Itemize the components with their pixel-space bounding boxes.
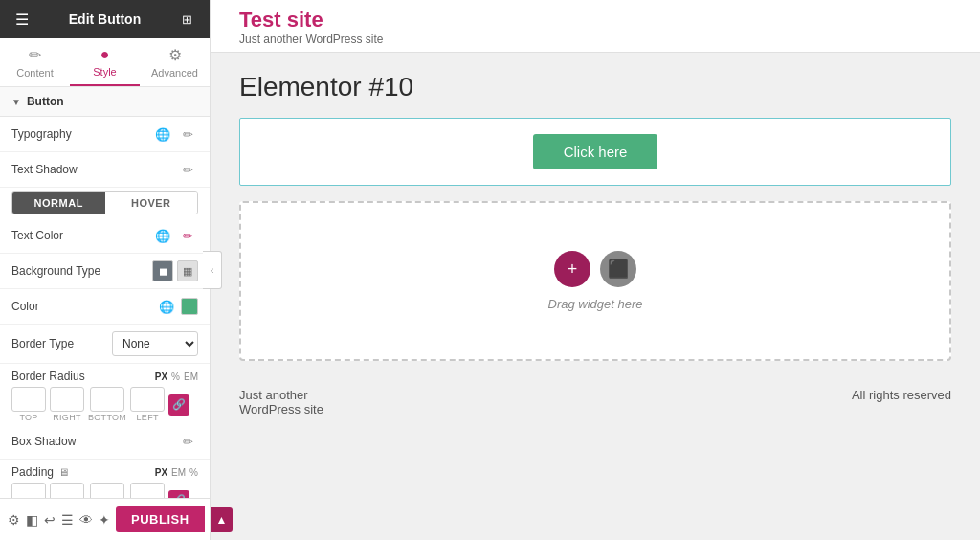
border-radius-right-input[interactable] — [50, 387, 84, 412]
padding-px-label[interactable]: PX — [155, 467, 167, 478]
button-widget-section: Click here — [239, 118, 951, 186]
history-icon[interactable]: ↩ — [44, 506, 56, 533]
text-color-global-icon[interactable]: 🌐 — [152, 225, 173, 246]
text-shadow-controls: ✏ — [177, 159, 198, 180]
box-shadow-controls: ✏ — [177, 431, 198, 452]
footer-left-text: Just another WordPress site — [239, 388, 323, 416]
border-radius-link-icon[interactable]: 🔗 — [168, 394, 189, 416]
typography-edit-icon[interactable]: ✏ — [177, 124, 198, 145]
state-toggle-group: NORMAL HOVER — [11, 191, 198, 214]
border-type-label: Border Type — [11, 337, 74, 350]
add-widget-icon[interactable]: + — [554, 251, 590, 287]
button-section-header[interactable]: ▼ Button — [0, 87, 210, 117]
padding-responsive-icon[interactable]: 🖥 — [58, 466, 69, 478]
advanced-tab-label: Advanced — [151, 67, 198, 79]
preview-eye-icon[interactable]: 👁 — [79, 506, 93, 533]
left-label: LEFT — [137, 413, 159, 422]
border-radius-top-input[interactable] — [11, 387, 46, 412]
border-radius-top: TOP — [11, 387, 46, 422]
layers-icon[interactable]: ◧ — [26, 506, 38, 533]
content-tab-label: Content — [16, 67, 54, 79]
border-radius-units: PX % EM — [155, 371, 198, 382]
border-type-controls: None Solid Dashed Dotted Double — [112, 331, 198, 356]
text-shadow-edit-icon[interactable]: ✏ — [177, 159, 198, 180]
typography-row: Typography 🌐 ✏ — [0, 117, 210, 152]
border-radius-label: Border Radius — [11, 370, 85, 383]
settings-icon[interactable]: ⚙ — [8, 506, 20, 533]
sidebar-panel: ☰ Edit Button ⊞ ✏ Content ● Style ⚙ Adva… — [0, 0, 211, 540]
sidebar: ☰ Edit Button ⊞ ✏ Content ● Style ⚙ Adva… — [0, 0, 211, 540]
text-color-controls: 🌐 ✏ — [152, 225, 198, 246]
tab-advanced[interactable]: ⚙ Advanced — [140, 38, 210, 86]
border-radius-left-input[interactable] — [130, 387, 165, 412]
publish-dropdown-arrow[interactable]: ▲ — [211, 507, 234, 532]
text-color-edit-icon[interactable]: ✏ — [177, 225, 198, 246]
padding-bottom: BOTTOM — [88, 483, 126, 498]
padding-left-input[interactable] — [130, 483, 165, 498]
click-here-button[interactable]: Click here — [533, 134, 658, 169]
hamburger-menu-icon[interactable]: ☰ — [11, 9, 33, 30]
typography-controls: 🌐 ✏ — [152, 124, 198, 145]
color-global-icon[interactable]: 🌐 — [156, 296, 177, 317]
box-shadow-edit-icon[interactable]: ✏ — [177, 431, 198, 452]
text-shadow-row: Text Shadow ✏ — [0, 152, 210, 188]
padding-right-input[interactable] — [50, 483, 84, 498]
right-label: RIGHT — [53, 413, 81, 422]
box-shadow-row: Box Shadow ✏ — [0, 424, 210, 460]
padding-bottom-input[interactable] — [90, 483, 124, 498]
footer-right-text: All rights reserved — [852, 388, 951, 416]
padding-left: LEFT — [130, 483, 165, 498]
advanced-tab-icon: ⚙ — [168, 46, 182, 64]
padding-label: Padding — [11, 465, 54, 479]
color-swatch[interactable] — [181, 298, 198, 315]
main-content: Test site Just another WordPress site El… — [211, 0, 980, 540]
padding-percent-label[interactable]: % — [189, 467, 198, 478]
px-unit-label[interactable]: PX — [155, 371, 167, 382]
padding-link-icon[interactable]: 🔗 — [168, 490, 189, 499]
responsive-icon[interactable]: ☰ — [61, 506, 74, 533]
text-shadow-label: Text Shadow — [11, 163, 78, 176]
sidebar-collapse-arrow[interactable]: ‹ — [203, 251, 222, 289]
grid-icon[interactable]: ⊞ — [177, 9, 198, 30]
top-label: TOP — [19, 413, 37, 422]
widget-action-icons: + ⬛ — [554, 251, 636, 287]
em-unit-label[interactable]: EM — [184, 371, 198, 382]
padding-em-label[interactable]: EM — [171, 467, 186, 478]
widget-library-icon[interactable]: ⬛ — [600, 251, 636, 287]
text-color-label: Text Color — [11, 229, 63, 242]
percent-unit-label[interactable]: % — [171, 371, 180, 382]
typography-label: Typography — [11, 127, 72, 141]
content-tab-icon: ✏ — [29, 46, 41, 64]
padding-section: Padding 🖥 PX EM % TOP — [0, 460, 210, 498]
border-radius-bottom-input[interactable] — [90, 387, 124, 412]
tab-content[interactable]: ✏ Content — [0, 38, 70, 86]
padding-top-input[interactable] — [11, 483, 46, 498]
padding-right: RIGHT — [50, 483, 84, 498]
bg-gradient-icon[interactable]: ▦ — [177, 260, 198, 281]
site-title: Test site — [239, 8, 951, 33]
border-radius-inputs: TOP RIGHT BOTTOM LEFT 🔗 — [11, 387, 198, 422]
background-type-label: Background Type — [11, 264, 100, 278]
bottom-label: BOTTOM — [88, 413, 126, 422]
widget-drop-area: + ⬛ Drag widget here — [239, 201, 951, 361]
tab-style[interactable]: ● Style — [70, 38, 140, 86]
color-controls: 🌐 — [156, 296, 198, 317]
sidebar-bottom-bar: ⚙ ◧ ↩ ☰ 👁 ✦ PUBLISH ▲ — [0, 498, 210, 540]
section-chevron-icon: ▼ — [11, 97, 21, 107]
bg-solid-icon[interactable]: ◼ — [152, 260, 173, 281]
border-type-select[interactable]: None Solid Dashed Dotted Double — [112, 331, 198, 356]
padding-inputs: TOP RIGHT BOTTOM LEFT 🔗 — [11, 483, 198, 498]
border-radius-left: LEFT — [130, 387, 165, 422]
typography-global-icon[interactable]: 🌐 — [152, 124, 173, 145]
section-label: Button — [27, 95, 64, 108]
color-row: Color 🌐 — [0, 289, 210, 325]
background-type-controls: ◼ ▦ — [152, 260, 198, 281]
page-title: Elementor #10 — [239, 72, 951, 102]
more-icon[interactable]: ✦ — [99, 506, 110, 533]
normal-toggle[interactable]: NORMAL — [12, 192, 105, 214]
border-type-row: Border Type None Solid Dashed Dotted Dou… — [0, 325, 210, 364]
page-content-area: Elementor #10 Click here + ⬛ Drag widget… — [211, 53, 980, 540]
sidebar-header: ☰ Edit Button ⊞ — [0, 0, 210, 38]
publish-button[interactable]: PUBLISH — [116, 506, 205, 532]
hover-toggle[interactable]: HOVER — [105, 192, 198, 214]
